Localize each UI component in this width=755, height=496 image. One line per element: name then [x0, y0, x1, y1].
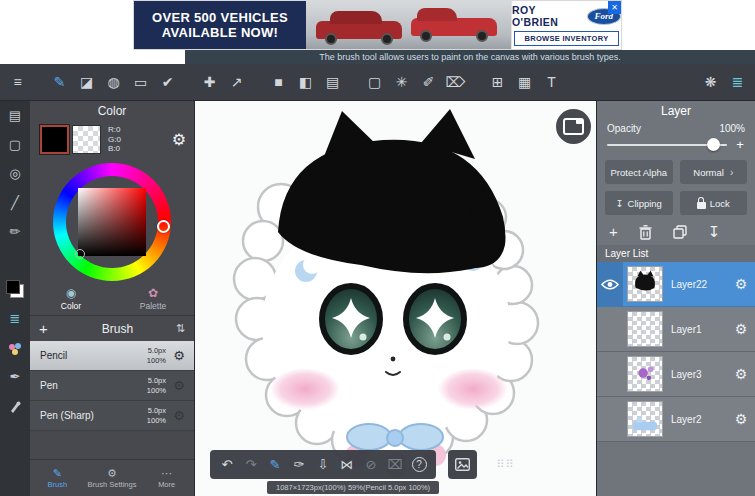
- material-panel-icon[interactable]: ▦: [511, 64, 538, 100]
- eyedropper-quick-icon[interactable]: ✑: [287, 450, 311, 479]
- shape-tool-icon[interactable]: ▭: [127, 64, 154, 100]
- divide-view-icon[interactable]: ⊞: [484, 64, 511, 100]
- layer-row-layer3[interactable]: Layer3 ⚙: [597, 352, 755, 397]
- tab-palette[interactable]: ✿ Palette: [112, 285, 194, 315]
- ad-banner[interactable]: OVER 500 VEHICLES AVAILABLE NOW! ROY O'B…: [133, 0, 622, 50]
- layer-visibility-toggle[interactable]: [597, 352, 623, 396]
- current-color-swatch[interactable]: [6, 280, 24, 298]
- guide-off-icon[interactable]: ⊘: [359, 450, 383, 479]
- smudge-tool-icon[interactable]: ◍: [100, 64, 127, 100]
- brush-row[interactable]: Pen (Sharp) 5.0px100% ⚙: [30, 401, 194, 431]
- zoom-tool-icon[interactable]: ◎: [0, 159, 30, 188]
- brush-row[interactable]: Pen 5.0px100% ⚙: [30, 371, 194, 401]
- paint-bucket-tool-icon[interactable]: ◧: [292, 64, 319, 100]
- eyedropper-strip-icon[interactable]: [0, 391, 30, 420]
- brush-quick-icon[interactable]: ✎: [263, 450, 287, 479]
- brush-settings-tab-icon: ⚙: [107, 467, 117, 479]
- magic-wand-tool-icon[interactable]: ✳: [388, 64, 415, 100]
- layers-strip-icon[interactable]: ≣: [0, 304, 30, 333]
- duplicate-layer-button[interactable]: [673, 225, 687, 239]
- tab-more[interactable]: ⋯ More: [139, 460, 194, 496]
- layer-settings-gear-icon[interactable]: ⚙: [731, 366, 751, 382]
- transform-tool-icon[interactable]: ↗: [223, 64, 250, 100]
- fill-rect-tool-icon[interactable]: ■: [265, 64, 292, 100]
- stylus-icon[interactable]: ✒: [0, 362, 30, 391]
- layer-visibility-toggle[interactable]: [597, 397, 623, 441]
- symmetry-tool-icon[interactable]: ❋: [697, 64, 724, 100]
- layer-settings-gear-icon[interactable]: ⚙: [731, 276, 751, 292]
- menu-icon[interactable]: ≡: [4, 64, 31, 100]
- layer-settings-gear-icon[interactable]: ⚙: [731, 321, 751, 337]
- more-tab-icon: ⋯: [161, 467, 172, 479]
- protect-alpha-button[interactable]: Protect Alpha: [605, 160, 673, 184]
- blend-mode-button[interactable]: Normal ›: [680, 160, 748, 184]
- color-wheel[interactable]: [53, 163, 171, 281]
- save-icon[interactable]: ⇩: [311, 450, 335, 479]
- opacity-plus-button[interactable]: +: [735, 137, 745, 152]
- brush-sort-icon[interactable]: ⇅: [176, 322, 185, 335]
- sv-marker[interactable]: [75, 249, 85, 259]
- brush-tool-icon[interactable]: ✎: [46, 64, 73, 100]
- undo-icon[interactable]: ↶: [215, 450, 239, 479]
- move-tool-icon[interactable]: ✚: [196, 64, 223, 100]
- correct-tool-icon[interactable]: ✔: [154, 64, 181, 100]
- layer-actions-row: + ↧: [597, 217, 755, 245]
- select-eraser-tool-icon[interactable]: ⌦: [442, 64, 469, 100]
- tab-brush-settings[interactable]: ⚙ Brush Settings: [85, 460, 140, 496]
- layer-row-layer1[interactable]: Layer1 ⚙: [597, 307, 755, 352]
- status-bar: 1087×1723px(100%) 59%(Pencil 5.0px 100%): [267, 481, 439, 494]
- saturation-value-square[interactable]: [78, 188, 146, 256]
- color-settings-gear-icon[interactable]: ⚙: [172, 130, 186, 149]
- delete-layer-button[interactable]: [639, 225, 652, 240]
- select-pen-tool-icon[interactable]: ✐: [415, 64, 442, 100]
- add-layer-button[interactable]: +: [609, 224, 618, 240]
- ad-truck-image: [411, 18, 497, 36]
- layer-panel-title: Layer: [597, 101, 755, 122]
- lock-button[interactable]: Lock: [680, 191, 748, 215]
- ruler-icon[interactable]: ╱: [0, 188, 30, 217]
- opacity-slider-thumb[interactable]: [707, 138, 720, 151]
- foreground-color-swatch[interactable]: [40, 125, 69, 154]
- tab-brush[interactable]: ✎ Brush: [30, 460, 85, 496]
- brush-settings-gear-icon[interactable]: ⚙: [170, 378, 188, 393]
- brush-row[interactable]: Pencil 5.0px100% ⚙: [30, 341, 194, 371]
- opacity-slider[interactable]: +: [597, 134, 755, 155]
- hand-color-picker-icon[interactable]: [0, 333, 30, 362]
- eraser-tool-icon[interactable]: ◪: [73, 64, 100, 100]
- clear-icon[interactable]: ⌧: [383, 450, 407, 479]
- ad-cta-button[interactable]: BROWSE INVENTORY: [514, 31, 620, 46]
- layer-row-layer2[interactable]: Layer2 ⚙: [597, 397, 755, 442]
- canvas-pages-icon[interactable]: ▤: [0, 101, 30, 130]
- layer-thumbnail: [627, 356, 663, 392]
- layer-visibility-toggle[interactable]: [597, 307, 623, 351]
- duplicate-icon: [673, 225, 687, 239]
- brush-settings-gear-icon[interactable]: ⚙: [170, 348, 188, 363]
- ad-close-button[interactable]: ✕: [608, 1, 621, 14]
- fullscreen-button[interactable]: [556, 109, 591, 144]
- canvas[interactable]: ↶↷✎✑⇩⋈⊘⌧? ⠿⠿ 1087×1723px(100%) 59%(Penci…: [195, 101, 596, 496]
- layer-settings-gear-icon[interactable]: ⚙: [731, 411, 751, 427]
- merge-layer-button[interactable]: ↧: [708, 224, 721, 240]
- tab-color[interactable]: ◉ Color: [30, 285, 112, 315]
- transparent-color-swatch[interactable]: [72, 125, 101, 154]
- text-tool-icon[interactable]: T: [538, 64, 565, 100]
- brush-settings-gear-icon[interactable]: ⚙: [170, 408, 188, 423]
- clipping-button[interactable]: ↧ Clipping: [605, 191, 673, 215]
- layer-list-label: Layer List: [597, 245, 755, 262]
- toolbar-drag-handle[interactable]: ⠿⠿: [491, 450, 520, 479]
- layers-panel-icon[interactable]: ≣: [724, 64, 751, 100]
- pencil-strip-icon[interactable]: ✏: [0, 217, 30, 246]
- redo-icon[interactable]: ↷: [239, 450, 263, 479]
- gradient-tool-icon[interactable]: ▤: [319, 64, 346, 100]
- select-launch-icon[interactable]: ▢: [0, 130, 30, 159]
- hue-marker[interactable]: [157, 220, 170, 233]
- flip-icon[interactable]: ⋈: [335, 450, 359, 479]
- layer-row-layer22[interactable]: Layer22 ⚙: [597, 262, 755, 307]
- opacity-value: 100%: [719, 123, 745, 134]
- help-icon[interactable]: ?: [407, 450, 431, 479]
- add-brush-button[interactable]: +: [39, 320, 59, 337]
- quick-toolbar: ↶↷✎✑⇩⋈⊘⌧?: [210, 450, 436, 479]
- reference-image-button[interactable]: [448, 450, 477, 479]
- layer-visibility-toggle[interactable]: [597, 262, 623, 306]
- select-rect-tool-icon[interactable]: ▢: [361, 64, 388, 100]
